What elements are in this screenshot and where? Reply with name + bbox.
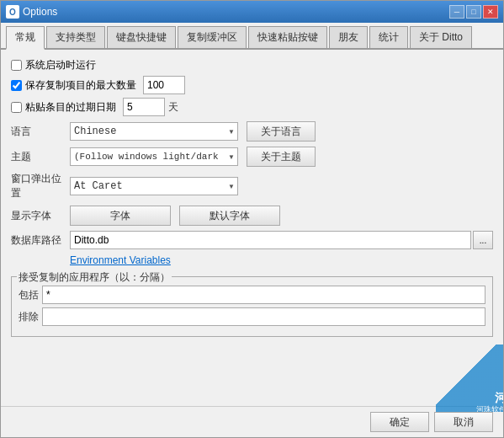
startup-label: 系统启动时运行 xyxy=(25,58,96,72)
tabs-row: 常规 支持类型 键盘快捷键 复制缓冲区 快速粘贴按键 朋友 统计 关于 Ditt… xyxy=(1,23,503,50)
ok-button[interactable]: 确定 xyxy=(370,412,429,432)
close-button[interactable]: ✕ xyxy=(483,5,498,19)
window-pos-row: 窗口弹出位置 At Caret xyxy=(11,172,493,200)
window-title: Options xyxy=(23,6,449,18)
expire-checkbox[interactable] xyxy=(11,102,22,113)
bottom-bar: 确定 取消 xyxy=(1,406,503,437)
exclude-row: 排除 xyxy=(19,307,485,326)
exclude-label: 排除 xyxy=(19,310,42,324)
db-browse-button[interactable]: ... xyxy=(473,231,493,249)
minimize-button[interactable]: ─ xyxy=(449,5,464,19)
options-window: O Options ─ □ ✕ 常规 支持类型 键盘快捷键 复制缓冲区 快速粘贴… xyxy=(0,0,504,438)
tab-friends[interactable]: 朋友 xyxy=(329,26,368,48)
startup-row: 系统启动时运行 xyxy=(11,58,493,72)
tab-about[interactable]: 关于 Ditto xyxy=(410,26,472,48)
expire-row: 粘贴条目的过期日期 5 天 xyxy=(11,98,493,116)
expire-unit: 天 xyxy=(168,100,178,115)
language-select-wrap: Chinese xyxy=(70,122,238,141)
theme-select-wrap: (Follow windows light/dark th xyxy=(70,147,238,166)
cancel-button[interactable]: 取消 xyxy=(434,412,493,432)
include-input[interactable]: * xyxy=(42,286,485,304)
expire-input[interactable]: 5 xyxy=(123,98,165,116)
tab-content: 系统启动时运行 保存复制项目的最大数量 100 粘贴条目的过期日期 5 天 语言… xyxy=(1,50,503,406)
max-copies-label: 保存复制项目的最大数量 xyxy=(25,78,136,93)
theme-about-button[interactable]: 关于主题 xyxy=(247,147,316,167)
max-copies-input[interactable]: 100 xyxy=(143,76,185,94)
tab-copy-buffer[interactable]: 复制缓冲区 xyxy=(178,26,247,48)
title-bar: O Options ─ □ ✕ xyxy=(1,1,503,23)
maximize-button[interactable]: □ xyxy=(466,5,481,19)
expire-label: 粘贴条目的过期日期 xyxy=(25,100,116,115)
max-copies-row: 保存复制项目的最大数量 100 xyxy=(11,76,493,94)
apps-group-box: 接受复制的应用程序（以：分隔） 包括 * 排除 xyxy=(11,276,493,337)
titlebar-buttons: ─ □ ✕ xyxy=(449,5,498,19)
default-font-button[interactable]: 默认字体 xyxy=(179,206,280,226)
startup-checkbox[interactable] xyxy=(11,60,22,71)
language-row: 语言 Chinese 关于语言 xyxy=(11,121,493,142)
display-font-row: 显示字体 字体 默认字体 xyxy=(11,206,493,226)
env-link-row: Environment Variables xyxy=(11,254,493,271)
tab-stats[interactable]: 统计 xyxy=(369,26,408,48)
apps-group-content: 包括 * 排除 xyxy=(19,286,485,326)
include-row: 包括 * xyxy=(19,286,485,304)
db-path-input[interactable]: Ditto.db xyxy=(70,231,471,249)
db-path-row: 数据库路径 Ditto.db ... xyxy=(11,231,493,249)
tab-keyboard-shortcuts[interactable]: 键盘快捷键 xyxy=(107,26,176,48)
display-font-label: 显示字体 xyxy=(11,209,70,223)
window-pos-label: 窗口弹出位置 xyxy=(11,172,70,200)
window-pos-select-wrap: At Caret xyxy=(70,177,238,195)
apps-group-label: 接受复制的应用程序（以：分隔） xyxy=(17,270,172,285)
window-icon: O xyxy=(6,5,19,19)
tab-general[interactable]: 常规 xyxy=(6,26,45,50)
theme-select[interactable]: (Follow windows light/dark th xyxy=(70,147,238,166)
env-variables-link[interactable]: Environment Variables xyxy=(70,254,171,266)
db-path-label: 数据库路径 xyxy=(11,233,70,248)
language-label: 语言 xyxy=(11,125,70,139)
theme-label: 主题 xyxy=(11,150,70,164)
font-button[interactable]: 字体 xyxy=(70,206,171,226)
language-select[interactable]: Chinese xyxy=(70,122,238,141)
max-copies-checkbox[interactable] xyxy=(11,80,22,91)
theme-row: 主题 (Follow windows light/dark th 关于主题 xyxy=(11,147,493,167)
window-pos-select[interactable]: At Caret xyxy=(70,177,238,195)
tab-quick-paste[interactable]: 快速粘贴按键 xyxy=(248,26,327,48)
include-label: 包括 xyxy=(19,288,42,302)
exclude-input[interactable] xyxy=(42,307,485,326)
language-about-button[interactable]: 关于语言 xyxy=(247,121,316,142)
tab-support-types[interactable]: 支持类型 xyxy=(46,26,105,48)
